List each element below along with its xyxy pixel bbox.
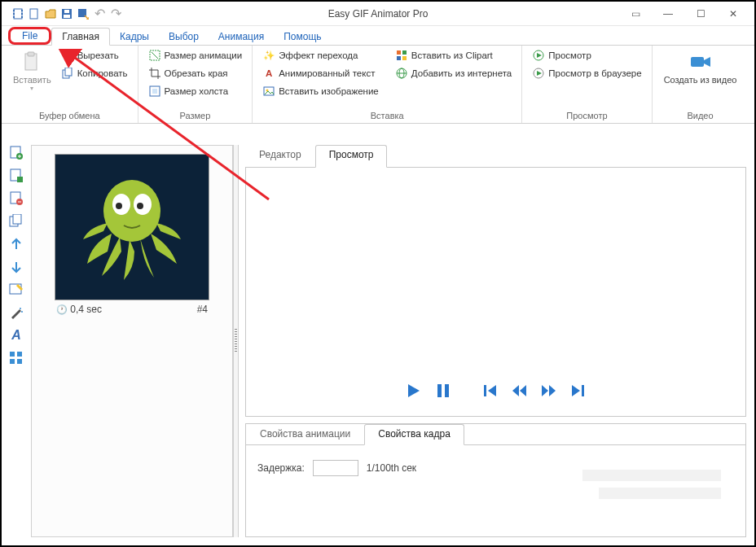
svg-rect-0 — [14, 9, 22, 19]
title-bar: ↶ ↷ Easy GIF Animator Pro ▭ — ☐ ✕ — [2, 2, 754, 26]
svg-point-50 — [137, 203, 143, 209]
tab-editor[interactable]: Редактор — [245, 145, 315, 167]
svg-rect-9 — [64, 15, 70, 18]
paste-label: Вставить — [13, 75, 51, 85]
add-internet-button[interactable]: Добавить из интернета — [392, 65, 516, 81]
transition-button[interactable]: ✨Эффект перехода — [259, 47, 382, 63]
svg-rect-21 — [397, 50, 401, 55]
save-icon[interactable] — [60, 7, 73, 20]
crop-button[interactable]: Обрезать края — [145, 65, 246, 81]
open-icon[interactable] — [44, 7, 57, 20]
tool-insert-frame[interactable] — [8, 168, 24, 184]
svg-point-41 — [21, 311, 23, 313]
tab-animation[interactable]: Анимация — [209, 28, 274, 45]
svg-rect-3 — [13, 16, 15, 18]
ribbon-tabs: File Главная Кадры Выбор Анимация Помощь — [2, 26, 754, 46]
ribbon-toggle-icon[interactable]: ▭ — [624, 6, 647, 22]
tab-frame-props[interactable]: Свойства кадра — [364, 424, 464, 445]
copy-button[interactable]: Копировать — [58, 65, 131, 81]
delay-unit: 1/100th сек — [367, 462, 416, 474]
first-button[interactable] — [481, 382, 499, 400]
redo-icon[interactable]: ↷ — [109, 7, 122, 20]
octopus-icon — [79, 170, 185, 284]
animation-size-button[interactable]: Размер анимации — [145, 47, 246, 63]
tab-anim-props[interactable]: Свойства анимации — [246, 424, 364, 444]
tool-delete-frame[interactable] — [8, 190, 24, 207]
animation-size-label: Размер анимации — [165, 50, 243, 60]
cut-button[interactable]: ✂Вырезать — [58, 47, 131, 63]
new-icon[interactable] — [28, 7, 41, 20]
tab-select[interactable]: Выбор — [159, 28, 209, 45]
tab-help[interactable]: Помощь — [274, 28, 331, 45]
maximize-button[interactable]: ☐ — [689, 6, 712, 22]
clipart-button[interactable]: Вставить из Clipart — [392, 47, 516, 63]
svg-rect-15 — [65, 68, 72, 76]
last-button[interactable] — [569, 382, 587, 400]
tool-effects[interactable] — [8, 304, 24, 321]
save-as-icon[interactable] — [77, 7, 90, 20]
group-clipboard: Вставить ▾ ✂Вырезать Копировать Буфер об… — [2, 46, 138, 123]
workspace: 🕐 0,4 sec #4 Редактор Просмотр Свойств — [31, 145, 746, 537]
quick-access-toolbar: ↶ ↷ — [5, 7, 122, 20]
playback-controls — [246, 168, 745, 416]
svg-rect-24 — [402, 56, 407, 60]
clipart-icon — [395, 49, 408, 62]
globe-play-icon — [532, 67, 545, 80]
cut-label: Вырезать — [77, 50, 119, 60]
copy-label: Копировать — [77, 68, 128, 78]
svg-rect-42 — [10, 352, 15, 357]
canvas-size-button[interactable]: Размер холста — [145, 83, 246, 99]
frame-delay-value: 0,4 sec — [70, 304, 102, 315]
svg-rect-23 — [397, 56, 401, 60]
frame-list-panel: 🕐 0,4 sec #4 — [31, 145, 233, 537]
resize-icon — [148, 49, 161, 62]
tool-duplicate-frame[interactable] — [8, 213, 24, 230]
group-insert: ✨Эффект перехода AАнимированный текст Вс… — [253, 46, 522, 123]
tool-grid[interactable] — [8, 350, 24, 366]
svg-rect-1 — [13, 10, 15, 11]
tab-file[interactable]: File — [8, 27, 51, 45]
delay-input[interactable] — [313, 460, 358, 476]
frame-thumbnail[interactable]: 🕐 0,4 sec #4 — [55, 154, 209, 318]
clipart-label: Вставить из Clipart — [411, 50, 493, 60]
tab-frames[interactable]: Кадры — [110, 28, 159, 45]
svg-rect-43 — [17, 352, 22, 357]
placeholder-bar — [582, 470, 721, 481]
minimize-button[interactable]: — — [657, 6, 679, 22]
tool-move-down[interactable] — [8, 259, 24, 275]
tab-home[interactable]: Главная — [51, 28, 110, 46]
svg-point-40 — [20, 308, 21, 309]
group-insert-label: Вставка — [259, 109, 515, 123]
paste-button[interactable]: Вставить ▾ — [8, 47, 56, 95]
svg-rect-13 — [28, 52, 34, 56]
preview-browser-label: Просмотр в браузере — [548, 68, 641, 78]
forward-button[interactable] — [540, 382, 558, 400]
svg-rect-38 — [13, 214, 21, 224]
tool-add-frame[interactable] — [8, 145, 24, 161]
tool-text[interactable]: A — [8, 327, 24, 344]
preview-browser-button[interactable]: Просмотр в браузере — [529, 65, 644, 81]
close-button[interactable]: ✕ — [722, 6, 745, 22]
animated-text-button[interactable]: AАнимированный текст — [259, 65, 382, 81]
play-button[interactable] — [405, 382, 423, 400]
svg-rect-22 — [402, 50, 407, 55]
video-camera-icon — [689, 50, 712, 73]
pause-button[interactable] — [434, 382, 452, 400]
splitter[interactable] — [233, 145, 239, 537]
tool-move-up[interactable] — [8, 236, 24, 252]
preview-button[interactable]: Просмотр — [529, 47, 644, 63]
tool-edit-frame[interactable] — [8, 282, 24, 298]
svg-rect-5 — [21, 13, 23, 15]
frame-number: #4 — [197, 304, 208, 315]
film-icon[interactable] — [11, 7, 24, 20]
rewind-button[interactable] — [511, 382, 529, 400]
tab-preview[interactable]: Просмотр — [315, 145, 388, 168]
frame-delay-text: 🕐 0,4 sec — [56, 304, 102, 315]
undo-icon[interactable]: ↶ — [93, 7, 106, 20]
svg-rect-34 — [17, 177, 23, 182]
create-from-video-button[interactable]: Создать из видео — [659, 47, 742, 88]
left-toolbar: A — [8, 145, 28, 366]
insert-image-button[interactable]: Вставить изображение — [259, 83, 382, 99]
splitter-grip-icon — [235, 329, 237, 353]
copy-icon — [61, 67, 74, 80]
